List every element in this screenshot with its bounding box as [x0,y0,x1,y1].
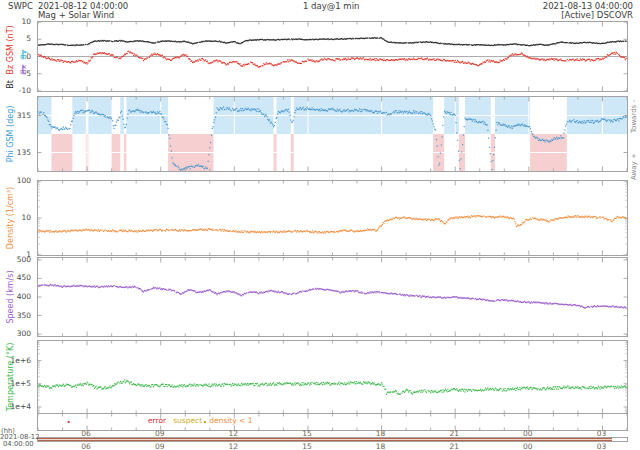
panel-flag-strip: error suspect density < 1 [37,413,628,431]
speed-plot [38,258,627,336]
y-tick-label: 1e+5 [11,380,31,388]
panel-density [37,180,628,256]
density-y-tick-labels: 100101 [0,180,34,256]
y-tick-label: 450 [17,274,31,282]
time-tick-label: 03 [592,443,610,450]
towards-label: Towards - [630,100,638,133]
y-tick-label: 1e+6 [11,357,31,365]
time-tick-label: 00 [519,430,537,438]
time-tick-label: 09 [151,430,169,438]
temp-plot [38,341,627,413]
away-label: Away + [630,153,638,180]
y-tick-label: 350 [17,312,31,320]
y-tick-label: 10 [21,214,31,222]
solar-wind-summary-plot: SWPC 2021-08-12 04:00:00 Mag + Solar Win… [0,0,640,450]
time-tick-label: 21 [445,443,463,450]
y-tick-label: 500 [17,256,31,264]
y-tick-label: 315 [17,112,31,120]
y-tick-label: 400 [17,293,31,301]
y-tick-label: -10 [19,87,31,95]
temp-y-tick-labels: 1e+61e+51e+4 [0,340,34,414]
mag-plot [38,22,627,91]
time-axis-row-1: 0609121518210003 [0,430,640,438]
y-tick-label: 10 [21,18,31,26]
panel-phi-gsm [37,96,628,172]
status-line [38,438,612,441]
mag-y-tick-labels: 1050-5-10 [0,21,34,92]
time-tick-label: 18 [372,430,390,438]
time-tick-label: 06 [77,430,95,438]
time-tick-label: 06 [77,443,95,450]
flag-strip-plot [38,414,627,430]
time-tick-label: 12 [224,443,242,450]
density-plot [38,181,627,255]
panel-mag [37,21,628,92]
speed-y-tick-labels: 500450400350300 [0,257,34,337]
plot-title: Mag + Solar Wind [38,11,114,20]
time-tick-label: 12 [224,430,242,438]
plot-cadence: 1 day@1 min [303,2,359,11]
y-tick-label: 100 [17,177,31,185]
time-tick-label: 21 [445,430,463,438]
time-tick-label: 00 [519,443,537,450]
time-tick-label: 15 [298,443,316,450]
phi-y-tick-labels: 315135 [0,96,34,172]
panel-speed [37,257,628,337]
data-source-status: [Active] DSCOVR [561,11,633,20]
y-tick-label: 0 [26,53,31,61]
time-axis-row-2: 0609121518210003 [0,443,640,450]
time-tick-label: 09 [151,443,169,450]
y-tick-label: 300 [17,330,31,338]
time-tick-label: 03 [592,430,610,438]
y-tick-label: 135 [17,149,31,157]
y-tick-label: 1e+4 [11,403,31,411]
sector-axis-label: Away + Towards - [630,100,638,180]
time-tick-label: 18 [372,443,390,450]
y-tick-label: 5 [26,35,31,43]
phi-plot [38,97,627,171]
time-tick-label: 15 [298,430,316,438]
panel-temperature [37,340,628,414]
agency-label: SWPC [8,2,33,11]
y-tick-label: -5 [24,70,31,78]
